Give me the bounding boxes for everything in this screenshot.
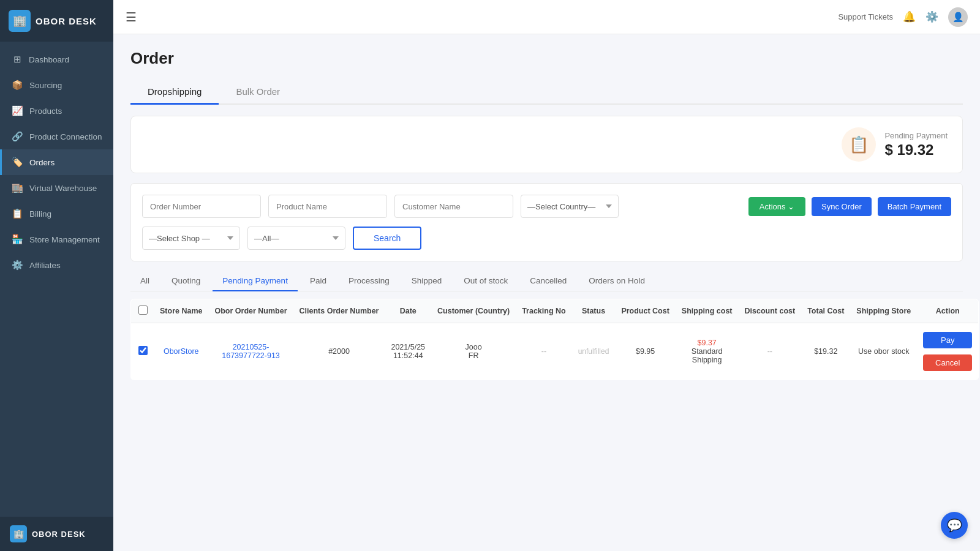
action-cell: Pay Cancel xyxy=(917,323,979,380)
customer-cell: Jooo FR xyxy=(431,323,516,380)
pending-icon: 📋 xyxy=(842,127,876,162)
pending-banner-inner: 📋 Pending Payment $ 19.32 xyxy=(842,127,948,162)
status-tab-cancelled[interactable]: Cancelled xyxy=(520,271,576,291)
affiliates-icon: ⚙️ xyxy=(12,260,23,271)
clients-order-number-cell: #2000 xyxy=(293,323,385,380)
store-name-link[interactable]: OborStore xyxy=(164,347,199,356)
topbar: ☰ Support Tickets 🔔 ⚙️ 👤 xyxy=(113,0,980,34)
sidebar-item-label: Product Connection xyxy=(29,132,102,141)
pending-info: Pending Payment $ 19.32 xyxy=(884,131,948,159)
product-cost-cell: $9.95 xyxy=(615,323,675,380)
status-value: unfulfilled xyxy=(578,347,609,356)
sidebar-item-store-management[interactable]: 🏪 Store Management xyxy=(0,227,113,252)
shipping-store-cell: Use obor stock xyxy=(850,323,917,380)
table-row: OborStore 20210525-1673977722-913 #2000 … xyxy=(131,323,979,380)
shipping-cost-label: Standard Shipping xyxy=(682,347,733,364)
pending-label: Pending Payment xyxy=(884,131,948,140)
sidebar-item-label: Sourcing xyxy=(29,81,62,90)
sidebar: 🏢 OBOR DESK ⊞ Dashboard 📦 Sourcing 📈 Pro… xyxy=(0,0,113,551)
col-shipping-store: Shipping Store xyxy=(850,299,917,323)
table-header: Store Name Obor Order Number Clients Ord… xyxy=(131,299,979,323)
discount-cost-value: -- xyxy=(767,347,772,356)
page-title: Order xyxy=(130,49,963,68)
status-tab-orders-on-hold[interactable]: Orders on Hold xyxy=(579,271,655,291)
sidebar-logo[interactable]: 🏢 OBOR DESK xyxy=(0,0,113,42)
search-button[interactable]: Search xyxy=(353,227,421,250)
sidebar-item-dashboard[interactable]: ⊞ Dashboard xyxy=(0,47,113,72)
batch-payment-button[interactable]: Batch Payment xyxy=(878,197,951,216)
user-avatar[interactable]: 👤 xyxy=(948,7,968,27)
customer-country: FR xyxy=(437,351,510,360)
sidebar-item-label: Dashboard xyxy=(29,55,69,64)
gear-icon[interactable]: ⚙️ xyxy=(925,10,938,23)
customer-name-input[interactable] xyxy=(394,195,513,218)
topbar-left: ☰ xyxy=(126,10,137,24)
sidebar-nav: ⊞ Dashboard 📦 Sourcing 📈 Products 🔗 Prod… xyxy=(0,42,113,517)
order-table: Store Name Obor Order Number Clients Ord… xyxy=(130,299,979,380)
sync-order-button[interactable]: Sync Order xyxy=(812,197,872,216)
chat-bubble[interactable]: 💬 xyxy=(941,512,968,539)
date-cell: 2021/5/25 11:52:44 xyxy=(385,323,431,380)
filters-container: —Select Country— United States France Ge… xyxy=(130,183,963,261)
col-clients-order-number: Clients Order Number xyxy=(293,299,385,323)
tab-dropshipping[interactable]: Dropshipping xyxy=(130,80,219,105)
status-tab-pending-payment[interactable]: Pending Payment xyxy=(213,271,298,291)
status-tab-all[interactable]: All xyxy=(130,271,159,291)
col-status: Status xyxy=(572,299,616,323)
orders-icon: 🏷️ xyxy=(12,157,23,168)
obor-order-number-link[interactable]: 20210525-1673977722-913 xyxy=(222,343,280,360)
sidebar-item-orders[interactable]: 🏷️ Orders xyxy=(0,149,113,175)
country-select[interactable]: —Select Country— United States France Ge… xyxy=(521,195,619,218)
sidebar-item-virtual-warehouse[interactable]: 🏬 Virtual Warehouse xyxy=(0,175,113,201)
pending-payment-banner: 📋 Pending Payment $ 19.32 xyxy=(130,116,963,173)
sidebar-item-affiliates[interactable]: ⚙️ Affiliates xyxy=(0,252,113,278)
table-body: OborStore 20210525-1673977722-913 #2000 … xyxy=(131,323,979,380)
status-tab-shipped[interactable]: Shipped xyxy=(402,271,452,291)
all-select[interactable]: —All— Option 1 xyxy=(247,227,345,250)
dashboard-icon: ⊞ xyxy=(12,54,23,65)
status-tab-out-of-stock[interactable]: Out of stock xyxy=(454,271,518,291)
sidebar-item-product-connection[interactable]: 🔗 Product Connection xyxy=(0,124,113,149)
cancel-button[interactable]: Cancel xyxy=(923,354,972,371)
store-management-icon: 🏪 xyxy=(12,234,23,245)
tab-bulk-order[interactable]: Bulk Order xyxy=(219,80,297,105)
status-tab-quoting[interactable]: Quoting xyxy=(162,271,210,291)
select-all-checkbox[interactable] xyxy=(138,305,148,315)
content-area: Order Dropshipping Bulk Order 📋 Pending … xyxy=(113,34,980,551)
col-product-cost: Product Cost xyxy=(615,299,675,323)
col-action: Action xyxy=(917,299,979,323)
sidebar-item-label: Orders xyxy=(29,158,55,167)
discount-cost-cell: -- xyxy=(739,323,802,380)
col-discount-cost: Discount cost xyxy=(739,299,802,323)
actions-button[interactable]: Actions ⌄ xyxy=(748,197,805,216)
col-total-cost: Total Cost xyxy=(801,299,850,323)
status-tab-paid[interactable]: Paid xyxy=(300,271,336,291)
order-number-input[interactable] xyxy=(142,195,261,218)
product-connection-icon: 🔗 xyxy=(12,131,23,142)
tracking-no-value: -- xyxy=(541,347,546,356)
filters-row-2: —Select Shop — OborStore —All— Option 1 … xyxy=(142,227,951,250)
sidebar-item-label: Virtual Warehouse xyxy=(29,184,97,193)
virtual-warehouse-icon: 🏬 xyxy=(12,182,23,193)
product-name-input[interactable] xyxy=(268,195,387,218)
pay-button[interactable]: Pay xyxy=(923,332,972,348)
sidebar-item-sourcing[interactable]: 📦 Sourcing xyxy=(0,72,113,98)
obor-order-number-cell: 20210525-1673977722-913 xyxy=(208,323,293,380)
sidebar-logo-icon: 🏢 xyxy=(9,10,31,32)
hamburger-button[interactable]: ☰ xyxy=(126,10,137,24)
col-tracking-no: Tracking No xyxy=(516,299,572,323)
sidebar-item-label: Store Management xyxy=(29,235,100,244)
chat-icon: 💬 xyxy=(947,518,962,533)
bell-icon[interactable]: 🔔 xyxy=(903,10,916,23)
col-obor-order-number: Obor Order Number xyxy=(208,299,293,323)
sidebar-item-products[interactable]: 📈 Products xyxy=(0,98,113,124)
status-tab-processing[interactable]: Processing xyxy=(339,271,399,291)
col-checkbox xyxy=(131,299,154,323)
row-checkbox[interactable] xyxy=(138,346,148,355)
support-tickets-link[interactable]: Support Tickets xyxy=(838,12,893,21)
shop-select[interactable]: —Select Shop — OborStore xyxy=(142,227,240,250)
main-tabs-bar: Dropshipping Bulk Order xyxy=(130,80,963,105)
shipping-cost-amount: $9.37 xyxy=(682,339,733,347)
action-buttons: Pay Cancel xyxy=(923,332,972,371)
sidebar-item-billing[interactable]: 📋 Billing xyxy=(0,201,113,227)
